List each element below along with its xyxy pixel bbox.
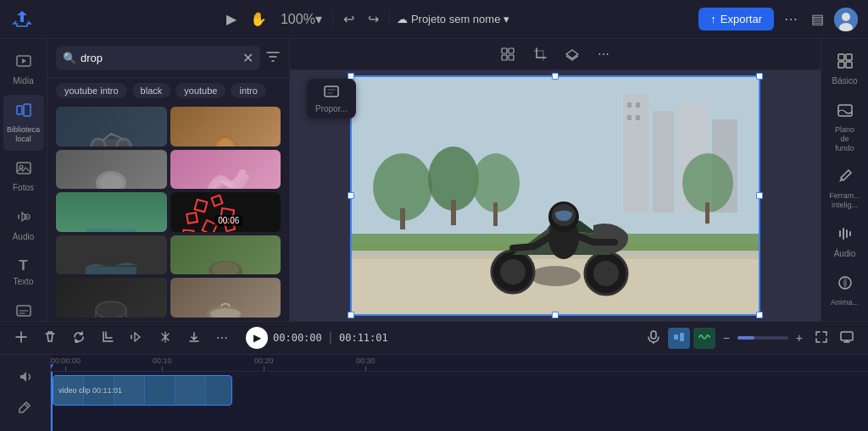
timeline-download-button[interactable] xyxy=(183,328,205,349)
svg-rect-4 xyxy=(17,106,22,114)
media-item[interactable]: 00:26 xyxy=(170,278,281,318)
svg-rect-21 xyxy=(186,213,198,224)
media-item[interactable]: 00:03 xyxy=(56,235,167,275)
timeline-loop-button[interactable] xyxy=(68,328,90,349)
ruler-mark: 00:20 xyxy=(254,356,274,371)
project-name[interactable]: ☁ Projeto sem nome ▾ xyxy=(397,13,510,25)
play-button[interactable]: ▶ xyxy=(223,8,240,30)
sidebar-item-audio[interactable]: Áudio xyxy=(3,202,44,249)
sidebar-item-media[interactable]: Mídia xyxy=(3,46,44,93)
timeline-freeze-button[interactable] xyxy=(154,328,176,349)
right-panel-item-background[interactable]: Planodefundo xyxy=(825,95,865,159)
media-item[interactable]: 00:15 xyxy=(56,192,167,232)
timeline-mic-button[interactable] xyxy=(643,328,665,349)
svg-point-63 xyxy=(500,259,526,285)
timeline-ruler: 00:00:00 00:10 00:20 00:30 xyxy=(51,355,868,372)
photos-icon xyxy=(15,159,32,180)
sidebar-audio-label: Áudio xyxy=(13,232,35,242)
timeline-split-button[interactable] xyxy=(10,328,32,349)
timeline-zoom-out-button[interactable]: − xyxy=(719,329,734,347)
svg-rect-69 xyxy=(846,54,852,60)
svg-rect-35 xyxy=(502,48,507,53)
timeline-monitor-button[interactable] xyxy=(836,328,858,349)
hand-tool-button[interactable]: ✋ xyxy=(247,8,270,30)
svg-rect-71 xyxy=(846,62,852,68)
canvas-tool-grid-button[interactable] xyxy=(494,44,521,64)
timeline-edit-button[interactable] xyxy=(14,396,37,419)
media-duration: 00:06 xyxy=(214,215,242,226)
panel-toggle-button[interactable]: ▤ xyxy=(808,8,827,30)
timeline-playhead[interactable] xyxy=(51,372,53,431)
svg-rect-70 xyxy=(838,62,844,68)
timeline-zoom-in-button[interactable]: + xyxy=(792,329,807,347)
search-clear-button[interactable]: ✕ xyxy=(242,50,253,66)
timeline-more-button[interactable]: ⋯ xyxy=(212,329,232,347)
timeline-crop-button[interactable] xyxy=(97,328,119,349)
right-panel-item-animation[interactable]: Anima... xyxy=(825,268,865,314)
sidebar-item-subtitles[interactable]: Legendas xyxy=(3,296,44,321)
search-input-wrap: 🔍 ✕ xyxy=(56,46,260,70)
media-item[interactable]: 00:18 xyxy=(56,150,167,190)
tag-black[interactable]: black xyxy=(132,83,171,98)
more-options-button[interactable]: ⋯ xyxy=(781,8,801,30)
right-panel-item-basic[interactable]: Básico xyxy=(825,46,865,93)
media-grid: 00:11 00:07 xyxy=(47,103,289,321)
sidebar-library-label: Bibliotecalocal xyxy=(7,125,40,144)
svg-point-1 xyxy=(842,13,850,21)
tag-youtube[interactable]: youtube xyxy=(175,83,225,98)
zoom-level-button[interactable]: 100% ▾ xyxy=(277,8,326,30)
timeline-audio-waves-button[interactable] xyxy=(693,328,715,349)
media-item[interactable]: 00:13 xyxy=(170,235,281,275)
svg-rect-19 xyxy=(211,196,222,207)
timeline-delete-button[interactable] xyxy=(39,328,61,349)
svg-rect-5 xyxy=(24,104,31,116)
right-panel: Básico Planodefundo Ferram...intelig... xyxy=(821,39,868,321)
timeline-fullscreen-button[interactable] xyxy=(810,328,832,349)
timeline-voice-button[interactable] xyxy=(668,328,690,349)
canvas-viewport: Propor... xyxy=(290,70,821,321)
sidebar-item-text[interactable]: T Texto xyxy=(3,251,44,294)
tag-intro[interactable]: intro xyxy=(231,83,265,98)
sidebar-item-library[interactable]: Bibliotecalocal xyxy=(3,95,44,151)
sidebar-left: Mídia Bibliotecalocal Fotos xyxy=(0,39,47,321)
export-button[interactable]: ↑ Exportar xyxy=(698,8,774,30)
right-panel-item-audio[interactable]: Áudio xyxy=(825,218,865,266)
canvas-tool-layers-button[interactable] xyxy=(559,44,586,64)
search-input[interactable] xyxy=(81,52,238,64)
timeline-play-button[interactable]: ▶ xyxy=(246,327,268,349)
right-audio-icon xyxy=(837,225,854,246)
svg-rect-24 xyxy=(182,230,193,232)
svg-rect-29 xyxy=(86,267,136,274)
main-area: Mídia Bibliotecalocal Fotos xyxy=(0,39,868,321)
canvas-area: ⋯ Propor... xyxy=(290,39,821,321)
timeline-clip[interactable]: video clip 00:11:01 xyxy=(53,375,232,406)
canvas-tool-crop-button[interactable] xyxy=(526,44,554,64)
user-avatar[interactable] xyxy=(834,8,858,31)
search-bar: 🔍 ✕ xyxy=(47,39,289,78)
timeline-zoom-slider[interactable] xyxy=(737,336,788,340)
media-item[interactable]: 00:07 xyxy=(170,107,281,146)
undo-button[interactable]: ↩ xyxy=(340,8,358,30)
media-item[interactable]: 00:11 xyxy=(56,107,167,146)
timeline-volume-button[interactable] xyxy=(14,367,37,390)
cloud-icon: ☁ xyxy=(397,13,408,25)
ruler-tick xyxy=(365,367,366,371)
video-preview xyxy=(352,77,759,314)
redo-button[interactable]: ↪ xyxy=(364,8,382,30)
svg-rect-54 xyxy=(493,202,498,226)
media-item[interactable]: 00:40 xyxy=(170,150,281,190)
svg-rect-75 xyxy=(651,331,656,339)
media-icon xyxy=(15,52,32,74)
canvas-tool-more-button[interactable]: ⋯ xyxy=(591,44,616,64)
media-item[interactable]: 00:06 xyxy=(170,192,281,232)
tag-youtube-intro[interactable]: youtube intro xyxy=(56,83,127,98)
timeline-audio-button[interactable] xyxy=(125,328,147,349)
sidebar-item-photos[interactable]: Fotos xyxy=(3,152,44,200)
filter-button[interactable] xyxy=(265,49,281,68)
svg-rect-36 xyxy=(509,48,514,53)
svg-point-7 xyxy=(19,165,23,169)
timeline-zoom: − + xyxy=(643,328,858,349)
media-item[interactable]: 00:23 xyxy=(56,278,167,318)
right-panel-item-tools[interactable]: Ferram...intelig... xyxy=(825,161,865,217)
proportions-box[interactable]: Propor... xyxy=(307,79,356,119)
